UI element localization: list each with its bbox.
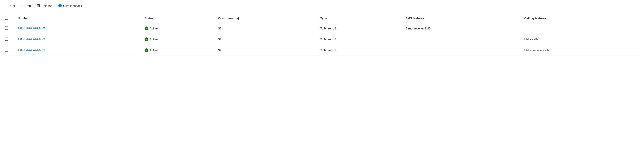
status-text: Active (150, 27, 158, 30)
feedback-label: Give feedback (63, 4, 82, 8)
phone-number-link-1[interactable]: 1-833-XXX-XXXX (18, 37, 41, 41)
phone-number-link-0[interactable]: 1-833-XXX-XXXX (18, 26, 41, 30)
cost-header: Cost (monthly) (215, 14, 317, 23)
copy-icon[interactable] (42, 38, 45, 40)
sms-features-cell (402, 34, 521, 45)
cost-cell: $2 (215, 34, 317, 45)
copy-icon[interactable] (42, 48, 45, 51)
sms-features-cell (402, 45, 521, 56)
table-header-row: Number Status Cost (monthly) Type SMS fe… (5, 14, 639, 23)
toolbar: + Get → Port Release Give feedback (0, 0, 644, 12)
row-checkbox-cell (5, 45, 14, 56)
type-cell: Toll-free, US (317, 45, 402, 56)
table-row: 1-833-XXX-XXXXActive$2Toll-free, USMake … (5, 34, 639, 45)
status-text: Active (150, 49, 158, 52)
plus-icon: + (7, 4, 9, 8)
cost-cell: $2 (215, 23, 317, 34)
number-cell: 1-833-XXX-XXXX (14, 23, 141, 33)
phone-numbers-table-container: Number Status Cost (monthly) Type SMS fe… (0, 12, 644, 57)
active-status-icon (144, 38, 148, 41)
cost-cell: $2 (215, 45, 317, 56)
status-header: Status (141, 14, 215, 23)
number-cell: 1-833-XXX-XXXX (14, 45, 141, 55)
table-row: 1-833-XXX-XXXXActive$2Toll-free, USSend,… (5, 23, 639, 34)
port-label: Port (26, 4, 31, 8)
number-header: Number (14, 14, 141, 23)
phone-number-link-2[interactable]: 1-833-XXX-XXXX (18, 48, 41, 52)
copy-icon[interactable] (42, 27, 45, 30)
release-label: Release (42, 4, 52, 8)
feedback-icon (58, 4, 62, 8)
calling-features-header: Calling features (521, 14, 639, 23)
get-button[interactable]: + Get (5, 3, 17, 9)
row-1-checkbox[interactable] (5, 37, 8, 41)
active-status-icon (144, 27, 148, 30)
row-0-checkbox[interactable] (5, 26, 8, 30)
svg-rect-2 (43, 49, 45, 51)
type-cell: Toll-free, US (317, 23, 402, 34)
status-cell: Active (141, 23, 215, 34)
get-label: Get (10, 4, 15, 8)
arrow-right-icon: → (21, 4, 24, 8)
status-text: Active (150, 38, 158, 41)
feedback-button[interactable]: Give feedback (56, 3, 84, 9)
phone-numbers-table: Number Status Cost (monthly) Type SMS fe… (5, 14, 639, 56)
select-all-checkbox[interactable] (5, 16, 8, 20)
sms-features-header: SMS features (402, 14, 521, 23)
release-button[interactable]: Release (35, 3, 54, 9)
row-2-checkbox[interactable] (5, 48, 8, 52)
row-checkbox-cell (5, 23, 14, 34)
trash-icon (37, 4, 40, 8)
type-header: Type (317, 14, 402, 23)
port-button[interactable]: → Port (19, 3, 33, 9)
number-cell: 1-833-XXX-XXXX (14, 34, 141, 44)
table-row: 1-833-XXX-XXXXActive$2Toll-free, USMake,… (5, 45, 639, 56)
status-cell: Active (141, 45, 215, 56)
status-cell: Active (141, 34, 215, 45)
active-status-icon (144, 48, 148, 52)
calling-features-cell: Make, receive calls (521, 45, 639, 56)
sms-features-cell: Send, receive SMS (402, 23, 521, 34)
svg-rect-0 (43, 27, 45, 29)
calling-features-cell: Make calls (521, 34, 639, 45)
type-cell: Toll-free, US (317, 34, 402, 45)
calling-features-cell (521, 23, 639, 34)
row-checkbox-cell (5, 34, 14, 45)
select-all-header[interactable] (5, 14, 14, 23)
svg-rect-1 (43, 38, 45, 40)
